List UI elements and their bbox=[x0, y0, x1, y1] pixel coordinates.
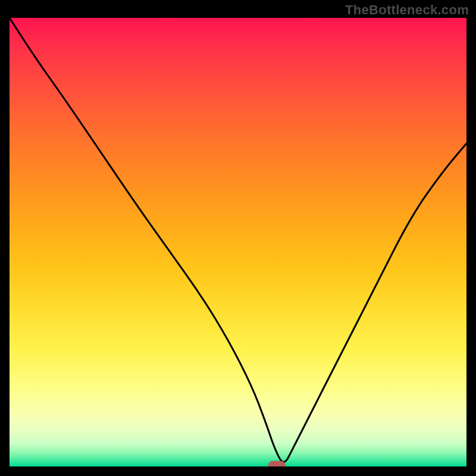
bottleneck-curve bbox=[10, 18, 466, 462]
optimal-marker bbox=[268, 461, 285, 466]
watermark-text: TheBottleneck.com bbox=[345, 2, 469, 18]
chart-svg bbox=[10, 18, 466, 466]
chart-frame: TheBottleneck.com bbox=[0, 0, 476, 476]
plot-area bbox=[10, 18, 466, 466]
